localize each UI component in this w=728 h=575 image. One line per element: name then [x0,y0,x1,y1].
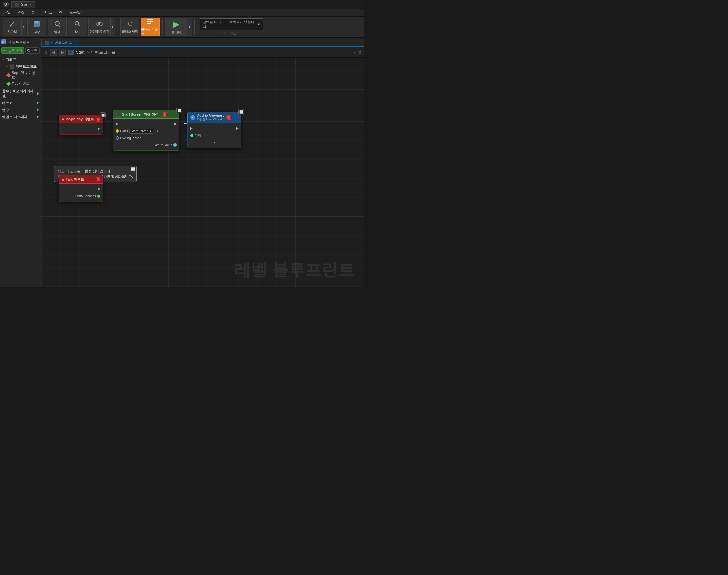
createwidget-close[interactable]: 🔴 [163,112,167,117]
svg-point-11 [129,23,131,25]
start-tab[interactable]: ⬛ Start × [11,1,35,8]
debug-dropdown[interactable]: 선택된 디버그 오브젝트가 없습니다. ▼ [200,19,263,30]
hide-unrelated-button[interactable]: 관련없음 숨김 [88,18,110,36]
beginplay-close[interactable]: 🔴 [96,117,100,122]
tick-exec-out-pin[interactable] [98,188,100,191]
addviewport-node[interactable]: f Add to Viewport 타깃은 User Widget 🔴 [187,112,242,148]
addviewport-close[interactable]: 🔴 [226,115,231,120]
sidebar-variables[interactable]: 변수 + [0,106,41,113]
tab-bar: ⬛ 이벤트그래프 × [41,38,364,47]
play-arrow[interactable]: ▼ [187,18,192,36]
zoom-level: -1 줌 [354,50,361,55]
owning-player-pin[interactable] [116,136,119,140]
createwidget-exec-in-pin[interactable] [116,123,118,126]
bookmark-icon[interactable]: ☆ [44,50,48,55]
variables-add-btn[interactable]: + [36,107,39,112]
menu-debug[interactable]: 디버그 [40,9,54,16]
sidebar-item-beginplay[interactable]: BeginPlay 이벤트 [2,70,39,80]
functions-add-btn[interactable]: + [36,91,39,96]
eventgraph-chevron: ▼ [6,65,8,68]
event-dispatchers-add-btn[interactable]: + [36,114,39,119]
eventgraph-tab-close[interactable]: × [75,41,77,44]
tick-close[interactable]: 🔴 [96,177,100,182]
toolbar-sep-3 [194,19,195,35]
toolbar-sep-1 [118,19,118,35]
comment-resize-handle[interactable]: ⬜ [131,167,135,171]
tab-close-btn[interactable]: × [30,3,32,6]
hide-unrelated-icon [96,20,103,29]
sidebar-eventgraph-header[interactable]: ▼ ⬛ 이벤트그래프 [2,63,39,70]
blueprint-canvas[interactable]: ◆ BeginPlay 이벤트 🔴 ⬜ ⬛ Start Screen 위젯 생성… [41,58,364,288]
title-bar: U ⬛ Start × [0,0,364,9]
ue-logo: U [3,1,9,8]
tick-body: Delta Seconds [59,184,103,202]
class-refresh-icon[interactable]: ↺ [155,130,158,133]
createwidget-node[interactable]: ⬛ Start Screen 위젯 생성 🔴 Class [113,110,180,151]
tick-diamond-icon: ◆ [62,178,64,181]
addviewport-corner-icon: ⬜ [238,109,244,115]
event-dispatchers-label: 이벤트 디스패처 [2,114,27,119]
nav-forward-btn[interactable]: ▶ [59,49,66,56]
save-button[interactable]: 저장 [27,18,46,36]
graph-chevron: ▼ [2,58,4,61]
nav-back-btn[interactable]: ◀ [50,49,57,56]
menu-view[interactable]: 뷰 [30,9,36,16]
sidebar-functions[interactable]: 함수 (18 오버라이더블) + [0,88,41,99]
explore-button[interactable]: 탐색 [48,18,67,36]
menu-file[interactable]: 파일 [2,9,12,16]
menu-window[interactable]: 창 [58,9,64,16]
svg-line-6 [59,25,60,27]
add-new-button[interactable]: + + 신규 추가 [1,47,25,54]
content-area: ⬛ 이벤트그래프 × ☆ ◀ ▶ ⬛ Start > 이벤트그래프 -1 줌 [41,38,364,288]
delta-seconds-pin[interactable] [97,195,100,198]
return-value-pin[interactable] [173,143,177,146]
beginplay-exec-out-pin[interactable] [98,127,100,130]
class-label: Class [120,130,128,133]
createwidget-exec-out-pin[interactable] [174,123,177,126]
addviewport-exec-in-pin[interactable] [190,127,193,130]
hide-unrelated-arrow[interactable]: ▼ [110,18,115,36]
target-label: 타깃 [195,133,201,138]
play-button[interactable]: ▶ 플레이 [165,18,187,36]
compile-label: 컴파일 [7,30,17,34]
svg-point-5 [55,21,59,26]
graph-label: 그래프 [6,58,16,62]
add-icon: + [3,49,5,53]
expand-icon[interactable]: ▼ [213,141,216,144]
class-dropdown[interactable]: Start Screen ▼ [129,129,153,134]
search-icon: 🔍 [34,49,38,53]
class-default-button[interactable]: 클래스 디폴트 [141,18,160,36]
variables-label: 변수 [2,108,9,112]
main-layout: BP 내 블루프린트 + + 신규 추가 검색 🔍 ▼ 그래프 ▼ ⬛ 이벤 [0,38,364,288]
class-dropdown-arrow: ▼ [149,130,152,133]
beginplay-title: BeginPlay 이벤트 [66,117,94,122]
explore-icon [53,20,61,29]
beginplay-node[interactable]: ◆ BeginPlay 이벤트 🔴 ⬜ [59,115,103,135]
eventgraph-tab[interactable]: ⬛ 이벤트그래프 × [41,39,81,46]
breadcrumb-current: 이벤트그래프 [91,49,116,55]
compile-arrow[interactable]: ▼ [22,18,26,36]
addviewport-exec-out-pin[interactable] [236,127,239,130]
sidebar-event-dispatchers[interactable]: 이벤트 디스패처 + [0,113,41,120]
sidebar-graph-header[interactable]: ▼ 그래프 [2,57,39,63]
svg-rect-4 [35,25,39,27]
class-settings-button[interactable]: 클래스 세팅 [120,18,139,36]
find-button[interactable]: 찾기 [68,18,87,36]
target-pin[interactable] [190,134,193,137]
play-label: 플레이 [171,30,181,35]
tick-deltaseconds-row: Delta Seconds [59,193,103,200]
menu-help[interactable]: 도움말 [68,9,82,16]
svg-rect-13 [147,21,153,22]
menu-edit[interactable]: 편집 [16,9,26,16]
createwidget-exec-row [113,121,179,128]
debug-placeholder: 선택된 디버그 오브젝트가 없습니다. [203,20,257,29]
class-pin[interactable] [116,130,119,133]
macros-add-btn[interactable]: + [36,100,39,105]
search-box[interactable]: 검색 🔍 [25,47,40,54]
tick-node[interactable]: ◆ Tick 이벤트 🔴 Delta Seconds [59,175,103,202]
sidebar-macros[interactable]: 매크로 + [0,99,41,106]
sidebar-item-tick[interactable]: Tick 이벤트 [2,80,39,87]
add-label: + 신규 추가 [6,48,22,53]
play-btn-group: ▶ 플레이 ▼ [165,18,192,36]
compile-button[interactable]: ✓ 컴파일 [3,18,22,36]
